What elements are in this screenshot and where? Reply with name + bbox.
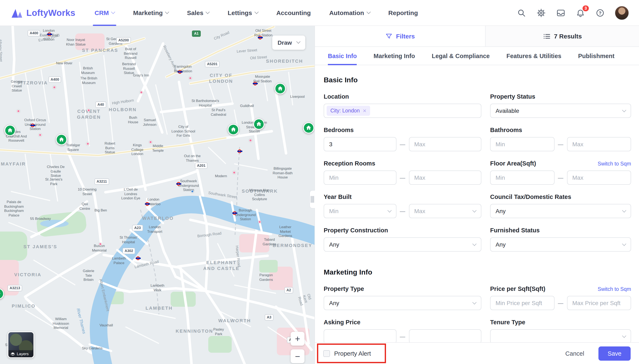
bathrooms-label: Bathrooms xyxy=(490,127,522,133)
panel-resize-handle[interactable] xyxy=(309,190,315,208)
brand[interactable]: LoftyWorks xyxy=(10,7,75,18)
nav-item-label: CRM xyxy=(95,9,109,16)
settings-gear-icon[interactable] xyxy=(536,8,546,18)
tab-features-utilities[interactable]: Features & Utilities xyxy=(506,47,561,65)
reception-rooms-max-input[interactable] xyxy=(409,170,481,185)
chevron-down-icon xyxy=(387,208,391,212)
nav-item-automation[interactable]: Automation xyxy=(329,0,370,26)
brand-name: LoftyWorks xyxy=(26,8,75,18)
location-label: Location xyxy=(324,93,349,100)
switch-to-sqm-link[interactable]: Switch to Sqm xyxy=(597,161,631,167)
reception-rooms-min-input[interactable] xyxy=(324,170,396,185)
nav-item-marketing[interactable]: Marketing xyxy=(133,0,169,26)
property-alert-checkbox[interactable] xyxy=(323,350,330,357)
council-tax-select[interactable]: Any xyxy=(490,204,631,218)
council-tax-value: Any xyxy=(495,208,506,214)
map-markers xyxy=(0,26,314,364)
cancel-button[interactable]: Cancel xyxy=(563,350,587,357)
bedrooms-min-input[interactable] xyxy=(324,137,396,151)
property-status-select[interactable]: Available xyxy=(490,104,631,118)
furnished-status-label: Furnished Status xyxy=(490,227,540,234)
property-marker[interactable] xyxy=(303,122,314,134)
user-avatar[interactable] xyxy=(615,6,629,20)
council-tax-label: Council Tax/Domestic Rates xyxy=(490,194,571,200)
nav-item-crm[interactable]: CRM xyxy=(95,0,115,26)
floor-area-max-input[interactable] xyxy=(567,170,631,185)
save-button[interactable]: Save xyxy=(598,346,631,360)
loftyworks-app: LoftyWorks CRM Marketing Sales Lettings … xyxy=(0,0,639,364)
nav-item-sales[interactable]: Sales xyxy=(187,0,209,26)
footer-actions: Cancel Save xyxy=(563,346,631,360)
property-marker[interactable] xyxy=(0,288,4,300)
results-list-icon xyxy=(543,32,550,40)
chevron-down-icon xyxy=(622,108,626,112)
tab-publishment[interactable]: Publishment xyxy=(578,47,614,65)
remove-tag-icon[interactable]: ✕ xyxy=(363,108,366,113)
nav-item-label: Marketing xyxy=(133,9,163,16)
chevron-down-icon xyxy=(206,10,210,14)
price-per-sqft-max-input[interactable] xyxy=(567,296,631,310)
council-tax-field: Council Tax/Domestic Rates Any xyxy=(490,185,631,218)
basic-info-heading: Basic Info xyxy=(324,76,631,84)
nav-item-label: Accounting xyxy=(276,9,311,16)
nav-item-reporting[interactable]: Reporting xyxy=(388,0,418,26)
bedrooms-max-input[interactable] xyxy=(409,137,481,151)
nav-item-lettings[interactable]: Lettings xyxy=(228,0,258,26)
search-icon[interactable] xyxy=(516,8,526,18)
tenure-type-select[interactable] xyxy=(490,329,631,342)
filters-title: Filters xyxy=(396,32,415,40)
range-separator: — xyxy=(396,208,409,214)
draw-button-label: Draw xyxy=(278,39,292,46)
help-icon[interactable]: ? xyxy=(595,8,605,18)
nav-item-accounting[interactable]: Accounting xyxy=(276,0,311,26)
asking-price-min-input[interactable] xyxy=(324,329,396,342)
property-marker[interactable] xyxy=(228,124,239,135)
nav-item-label: Automation xyxy=(329,9,364,16)
marketing-info-heading: Marketing Info xyxy=(324,268,631,277)
property-marker[interactable] xyxy=(5,125,16,136)
chevron-down-icon xyxy=(472,208,476,212)
price-per-sqft-field: Price per Sqft(Sqft) Switch to Sqm — xyxy=(490,277,631,310)
property-type-select[interactable]: Any xyxy=(324,296,481,310)
floor-area-min-input[interactable] xyxy=(490,170,554,185)
notification-badge: 3 xyxy=(582,5,589,12)
year-built-max-select[interactable]: Max xyxy=(409,204,481,218)
inbox-tray-icon[interactable] xyxy=(556,8,566,18)
zoom-out-button[interactable]: − xyxy=(291,349,304,363)
property-marker[interactable] xyxy=(253,118,265,130)
draw-button[interactable]: Draw xyxy=(272,36,305,50)
chevron-down-icon xyxy=(472,300,476,304)
bathrooms-max-input[interactable] xyxy=(567,137,631,151)
property-marker[interactable] xyxy=(275,83,286,94)
map-canvas[interactable]: ST PANCRASSHOREDITCHCITY OF LONDONFITZRO… xyxy=(0,26,314,364)
layers-button[interactable]: Layers xyxy=(8,332,34,358)
bathrooms-field: Bathrooms — xyxy=(490,118,631,151)
chevron-down-icon xyxy=(254,10,259,14)
zoom-in-button[interactable]: + xyxy=(291,332,304,346)
property-marker[interactable] xyxy=(56,134,67,145)
tab-marketing-info[interactable]: Marketing Info xyxy=(374,47,415,65)
zoom-controls: + − xyxy=(291,332,304,363)
chevron-down-icon xyxy=(165,10,169,14)
furnished-status-select[interactable]: Any xyxy=(490,237,631,252)
results-header-toggle[interactable]: 7 Results xyxy=(485,26,639,46)
house-icon xyxy=(305,125,312,131)
notifications-bell-icon[interactable]: 3 xyxy=(575,8,585,18)
chevron-down-icon xyxy=(366,10,370,14)
property-status-label: Property Status xyxy=(490,93,535,100)
asking-price-max-input[interactable] xyxy=(409,329,481,342)
filters-header-toggle[interactable]: Filters xyxy=(315,26,485,46)
location-input[interactable]: City: London ✕ xyxy=(324,104,481,118)
house-icon xyxy=(230,126,237,133)
tab-basic-info[interactable]: Basic Info xyxy=(328,47,357,65)
tab-legal-compliance[interactable]: Legal & Compliance xyxy=(432,47,490,65)
price-per-sqft-label: Price per Sqft(Sqft) xyxy=(490,286,545,292)
year-built-min-select[interactable]: Min xyxy=(324,204,396,218)
chevron-down-icon xyxy=(622,334,626,338)
switch-to-sqm-link[interactable]: Switch to Sqm xyxy=(597,286,631,292)
chevron-down-icon xyxy=(111,10,116,14)
price-per-sqft-min-input[interactable] xyxy=(490,296,554,310)
property-construction-select[interactable]: Any xyxy=(324,237,481,252)
bathrooms-min-input[interactable] xyxy=(490,137,554,151)
property-construction-label: Property Construction xyxy=(324,227,388,234)
